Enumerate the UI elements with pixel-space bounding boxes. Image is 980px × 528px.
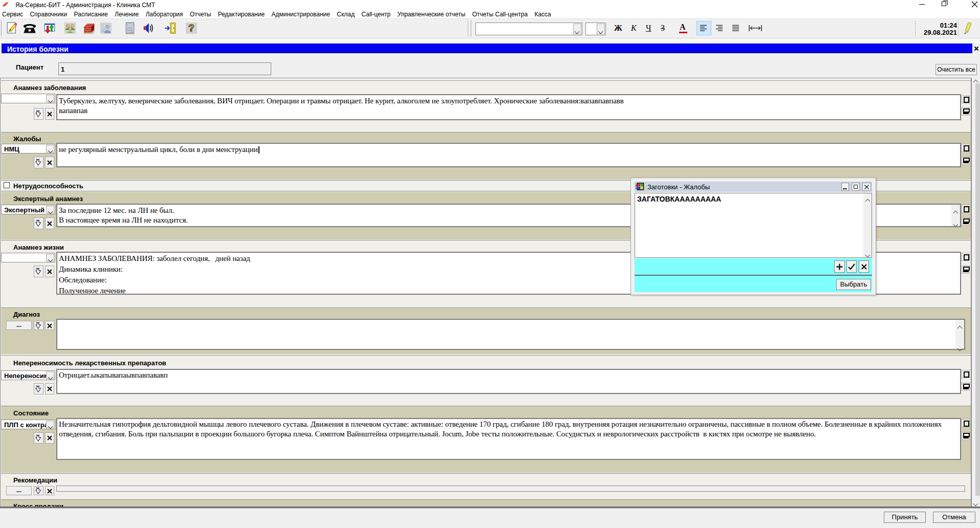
svg-text:?: ? (188, 23, 194, 33)
